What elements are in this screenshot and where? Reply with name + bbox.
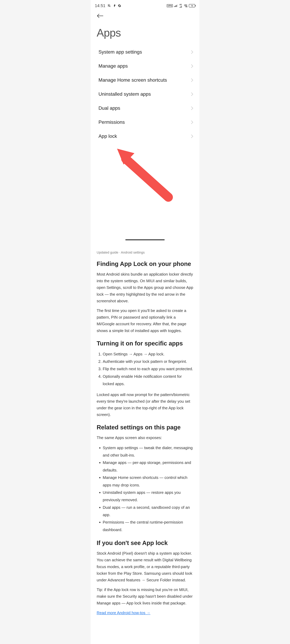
svg-rect-1	[174, 6, 174, 7]
article-list-item: Permissions — the central runtime-permis…	[103, 518, 193, 534]
list-item-uninstalled-system-apps[interactable]: Uninstalled system apps	[91, 87, 199, 101]
list-item-label: Manage apps	[99, 63, 128, 69]
article-list-item: Manage apps — per-app storage, permissio…	[103, 459, 193, 474]
mute-icon	[107, 4, 111, 8]
article-list-item: Authenticate with your lock pattern or f…	[103, 358, 193, 365]
article-list-item: System app settings — tweak the dialer, …	[103, 444, 193, 459]
svg-rect-3	[175, 6, 176, 7]
svg-rect-4	[176, 5, 177, 7]
network-type-label: 4G	[179, 4, 182, 6]
svg-marker-15	[117, 149, 134, 164]
list-item-system-app-settings[interactable]: System app settings	[91, 45, 199, 59]
svg-rect-9	[181, 6, 181, 8]
article-paragraph: Tip: if the App lock row is missing but …	[97, 586, 193, 606]
chevron-right-icon	[191, 50, 193, 54]
list-item-dual-apps[interactable]: Dual apps	[91, 101, 199, 115]
chevron-right-icon	[191, 120, 193, 124]
article-meta: Updated guide · Android settings	[97, 250, 193, 254]
gear-icon	[118, 4, 121, 8]
list-item-permissions[interactable]: Permissions	[91, 115, 199, 129]
chevron-right-icon	[191, 92, 193, 96]
signal-1-icon	[174, 4, 178, 7]
article-heading: Finding App Lock on your phone	[97, 260, 193, 267]
home-indicator[interactable]	[125, 239, 165, 240]
list-item-home-shortcuts[interactable]: Manage Home screen shortcuts	[91, 73, 199, 87]
article-list-item: Flip the switch next to each app you wan…	[103, 365, 193, 373]
wifi-icon	[184, 4, 188, 8]
list-item-label: Manage Home screen shortcuts	[99, 77, 167, 83]
article-paragraph: The first time you open it you'll be ask…	[97, 307, 193, 334]
article-paragraph: Most Android skins bundle an application…	[97, 271, 193, 304]
chevron-right-icon	[191, 78, 193, 82]
list-item-label: Dual apps	[99, 105, 120, 111]
chevron-right-icon	[191, 64, 193, 68]
article-paragraph: Stock Android (Pixel) doesn't ship a sys…	[97, 550, 193, 583]
article-unordered-list: System app settings — tweak the dialer, …	[103, 444, 193, 534]
article-ordered-list: Open Settings → Apps → App lock. Authent…	[103, 350, 193, 388]
battery-icon: 74	[189, 4, 195, 8]
check-icon	[113, 4, 116, 8]
signal-2-group: 4G	[179, 4, 182, 8]
list-item-label: Permissions	[99, 120, 125, 125]
article-list-item: Open Settings → Apps → App lock.	[103, 350, 193, 358]
article-heading: Related settings on this page	[97, 424, 193, 431]
page-title: Apps	[91, 20, 199, 45]
svg-point-12	[186, 6, 187, 7]
svg-rect-5	[177, 4, 177, 7]
list-item-label: App lock	[99, 134, 117, 139]
vpn-badge: VPN	[167, 4, 173, 7]
status-bar: 14:51	[91, 0, 199, 9]
article-body: Updated guide · Android settings Finding…	[91, 242, 199, 644]
svg-rect-2	[175, 6, 175, 7]
annotation-arrow-icon	[115, 148, 181, 208]
article-list-item: Dual apps — run a second, sandboxed copy…	[103, 504, 193, 519]
list-item-label: System app settings	[99, 49, 142, 55]
list-item-manage-apps[interactable]: Manage apps	[91, 59, 199, 73]
article-heading: Turning it on for specific apps	[97, 340, 193, 347]
svg-rect-6	[179, 7, 180, 8]
svg-rect-8	[180, 6, 181, 8]
article-more-link[interactable]: Read more Android how-tos →	[97, 610, 150, 615]
settings-list: System app settings Manage apps Manage H…	[91, 45, 199, 143]
article-paragraph: The same Apps screen also exposes:	[97, 434, 193, 441]
phone-frame: 14:51	[91, 0, 199, 242]
chevron-right-icon	[191, 134, 193, 138]
article-list-item: Optionally enable Hide notification cont…	[103, 373, 193, 388]
svg-rect-14	[119, 152, 175, 204]
article-heading: If you don't see App lock	[97, 540, 193, 546]
svg-rect-10	[182, 6, 182, 8]
list-item-app-lock[interactable]: App lock	[91, 129, 199, 143]
status-time: 14:51	[95, 4, 105, 8]
chevron-right-icon	[191, 106, 193, 110]
article-list-item: Manage Home screen shortcuts — control w…	[103, 474, 193, 489]
svg-rect-7	[180, 7, 180, 8]
battery-percent: 74	[191, 5, 193, 7]
article-list-item: Uninstalled system apps — restore apps y…	[103, 489, 193, 504]
article-paragraph: Locked apps will now prompt for the patt…	[97, 391, 193, 418]
svg-point-11	[185, 7, 186, 7]
list-item-label: Uninstalled system apps	[99, 91, 151, 97]
back-button[interactable]	[97, 13, 104, 18]
